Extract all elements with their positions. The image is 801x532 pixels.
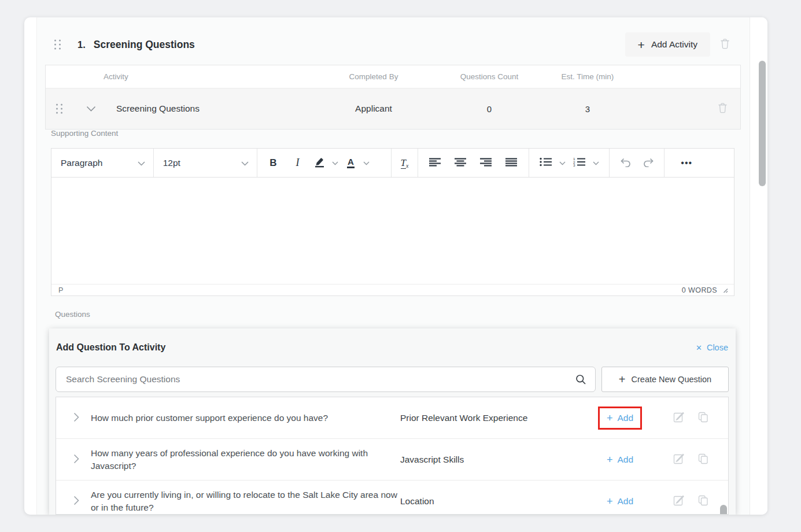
plus-icon: + (607, 496, 613, 507)
page-scrollbar-thumb[interactable] (759, 61, 766, 186)
chevron-right-icon (73, 412, 79, 424)
undo-button[interactable] (614, 149, 637, 177)
expand-question-button[interactable] (73, 454, 79, 466)
add-label: Add (617, 496, 633, 507)
chevron-right-icon (73, 454, 79, 466)
drag-handle-icon[interactable] (53, 39, 62, 50)
clear-formatting-button[interactable]: Tx (393, 149, 416, 177)
close-label: Close (707, 343, 728, 352)
bullet-list-icon (540, 157, 552, 168)
chevron-down-icon (593, 158, 599, 167)
copy-question-button[interactable] (698, 495, 708, 508)
section-title: Screening Questions (94, 39, 195, 51)
italic-icon: I (296, 157, 299, 169)
font-size-dropdown[interactable]: 12pt (154, 149, 258, 177)
italic-button[interactable]: I (285, 149, 309, 177)
paragraph-style-dropdown[interactable]: Paragraph (51, 149, 154, 177)
copy-icon (698, 495, 708, 508)
question-text: How much prior customer support experien… (91, 412, 400, 424)
edit-question-button[interactable] (673, 494, 685, 508)
justify-button[interactable] (499, 149, 524, 177)
question-text: How many years of professional experienc… (91, 447, 400, 472)
question-category: Prior Relevant Work Experience (400, 413, 585, 423)
chevron-down-icon (138, 158, 145, 168)
add-question-panel: Add Question To Activity ✕ Close + Creat… (49, 328, 736, 515)
text-color-dropdown[interactable] (360, 149, 372, 177)
chevron-down-icon (363, 158, 370, 167)
align-left-button[interactable] (422, 149, 448, 177)
question-list-scrollbar-thumb[interactable] (720, 505, 727, 514)
edit-question-button[interactable] (673, 453, 685, 466)
activity-table-header: Activity Completed By Questions Count Es… (46, 65, 740, 88)
chevron-down-icon (559, 158, 566, 167)
expand-question-button[interactable] (73, 412, 79, 424)
add-question-button[interactable]: + Add (598, 490, 642, 513)
create-new-question-button[interactable]: + Create New Question (601, 367, 729, 392)
activity-completed-by: Applicant (324, 104, 423, 114)
search-questions-input[interactable] (56, 367, 596, 392)
supporting-content-label: Supporting Content (51, 129, 118, 138)
undo-icon (619, 157, 632, 169)
copy-question-button[interactable] (698, 453, 708, 466)
numbered-list-icon: 123 (573, 157, 586, 168)
delete-section-button[interactable] (720, 38, 730, 51)
close-panel-button[interactable]: ✕ Close (696, 343, 728, 352)
clear-formatting-icon: Tx (401, 157, 409, 169)
expand-question-button[interactable] (73, 496, 79, 507)
align-right-icon (480, 158, 492, 168)
bullet-list-button[interactable] (536, 149, 556, 177)
drag-handle-icon[interactable] (55, 103, 75, 114)
align-center-icon (455, 158, 466, 168)
trash-icon (720, 38, 730, 51)
plus-icon: + (638, 39, 645, 51)
bold-button[interactable]: B (261, 149, 285, 177)
bullet-list-dropdown[interactable] (556, 149, 569, 177)
editor-content-area[interactable] (51, 178, 734, 284)
activity-table: Activity Completed By Questions Count Es… (45, 65, 741, 130)
align-right-button[interactable] (473, 149, 499, 177)
add-label: Add (617, 455, 633, 465)
redo-button[interactable] (637, 149, 660, 177)
align-left-icon (429, 158, 441, 168)
question-text: Are you currently living in, or willing … (91, 489, 400, 513)
page-scrollbar-track[interactable] (750, 17, 767, 515)
more-icon: ••• (681, 158, 692, 168)
main-card: 1. Screening Questions + Add Activity Ac… (24, 17, 767, 515)
plus-icon: + (607, 413, 613, 423)
text-color-icon: A (347, 157, 355, 169)
numbered-list-dropdown[interactable] (590, 149, 603, 177)
question-category: Javascript Skills (400, 455, 585, 465)
column-header-questions-count: Questions Count (423, 72, 556, 81)
text-color-button[interactable]: A (341, 149, 360, 177)
edit-question-button[interactable] (673, 411, 685, 424)
column-header-activity: Activity (46, 72, 324, 81)
activity-est-time: 3 (556, 104, 619, 114)
align-center-button[interactable] (448, 149, 473, 177)
section-header: 1. Screening Questions + Add Activity (45, 32, 741, 57)
justify-icon (505, 158, 517, 168)
resize-grip-icon[interactable] (722, 285, 728, 295)
delete-activity-button[interactable] (718, 102, 728, 115)
redo-icon (643, 157, 655, 169)
plus-icon: + (619, 374, 626, 385)
add-question-button[interactable]: + Add (598, 448, 642, 471)
chevron-down-icon (86, 105, 96, 113)
question-row: Are you currently living in, or willing … (56, 481, 728, 515)
add-question-button[interactable]: + Add (598, 407, 642, 430)
chevron-down-icon (332, 158, 338, 167)
more-tools-button[interactable]: ••• (676, 149, 697, 177)
bold-icon: B (270, 157, 276, 169)
word-count: 0 WORDS (682, 286, 717, 294)
highlight-color-button[interactable] (309, 149, 329, 177)
highlight-color-dropdown[interactable] (329, 149, 341, 177)
collapse-activity-button[interactable] (86, 105, 96, 113)
copy-question-button[interactable] (698, 412, 708, 424)
edit-icon (673, 453, 685, 466)
svg-text:3: 3 (573, 163, 575, 167)
numbered-list-button[interactable]: 123 (569, 149, 590, 177)
chevron-right-icon (73, 496, 79, 507)
edit-icon (673, 411, 685, 424)
activity-questions-count: 0 (423, 104, 556, 114)
add-activity-label: Add Activity (651, 39, 697, 50)
add-activity-button[interactable]: + Add Activity (625, 32, 710, 57)
